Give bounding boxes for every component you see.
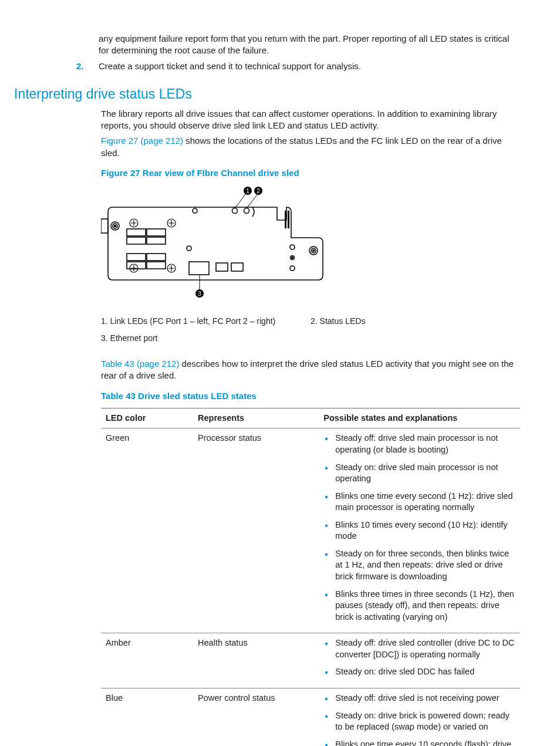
- svg-point-20: [187, 246, 191, 251]
- figure-caption: Figure 27 Rear view of FIbre Channel dri…: [101, 167, 520, 179]
- svg-rect-12: [147, 229, 166, 236]
- state-item: Blinks 10 times every second (10 Hz): id…: [333, 519, 515, 542]
- svg-point-25: [244, 208, 249, 214]
- svg-text:1: 1: [246, 188, 249, 194]
- svg-line-34: [235, 194, 245, 208]
- step-text: Create a support ticket and send it to t…: [99, 61, 361, 71]
- step-list: 2. Create a support ticket and send it t…: [40, 60, 520, 72]
- section-heading: Interpreting drive status LEDs: [14, 85, 520, 103]
- drive-sled-diagram: 1 2 3: [101, 185, 520, 305]
- led-states-table: LED color Represents Possible states and…: [101, 408, 520, 746]
- cell-color: Green: [101, 428, 193, 633]
- table-row: GreenProcessor statusSteady off: drive s…: [101, 428, 520, 633]
- svg-point-28: [290, 245, 295, 249]
- svg-rect-18: [147, 262, 166, 269]
- svg-text:2: 2: [257, 188, 260, 194]
- svg-line-37: [247, 195, 257, 208]
- paragraph-3: Table 43 (page 212) describes how to int…: [101, 358, 520, 382]
- svg-text:3: 3: [198, 291, 201, 297]
- th-represents: Represents: [193, 408, 319, 428]
- figure-legend: 1. Link LEDs (FC Port 1 – left, FC Port …: [101, 316, 520, 350]
- svg-point-24: [232, 208, 238, 214]
- svg-rect-15: [127, 254, 146, 261]
- state-item: Steady on: drive sled DDC has failed: [333, 666, 515, 678]
- svg-rect-14: [147, 237, 166, 244]
- intro-paragraph-continued: any equipment failure report form that y…: [40, 33, 520, 57]
- svg-point-30: [292, 257, 294, 259]
- svg-rect-11: [127, 229, 146, 236]
- cell-color: Blue: [101, 688, 193, 746]
- state-item: Blinks three times in three seconds (1 H…: [333, 589, 515, 623]
- state-item: Steady on: drive brick is powered down; …: [333, 710, 515, 733]
- svg-point-6: [313, 250, 315, 252]
- legend-item-2: 2. Status LEDs: [311, 316, 520, 327]
- legend-item-3: 3. Ethernet port: [101, 333, 311, 344]
- svg-rect-27: [288, 211, 289, 228]
- state-item: Steady off: drive sled is not receiving …: [333, 693, 515, 704]
- cell-color: Amber: [101, 633, 193, 688]
- table-row: AmberHealth statusSteady off: drive sled…: [101, 633, 520, 688]
- th-states: Possible states and explanations: [319, 408, 520, 428]
- svg-rect-13: [127, 237, 146, 244]
- paragraph-2: Figure 27 (page 212) shows the locations…: [101, 135, 520, 159]
- table-row: BluePower control statusSteady off: driv…: [101, 688, 520, 746]
- svg-rect-16: [147, 254, 166, 261]
- svg-rect-0: [101, 219, 108, 233]
- table-caption: Table 43 Drive sled status LED states: [101, 390, 520, 402]
- state-item: Blinks one time every second (1 Hz): dri…: [333, 491, 515, 514]
- cell-states: Steady off: drive sled is not receiving …: [319, 688, 520, 746]
- step-2: 2. Create a support ticket and send it t…: [99, 60, 520, 72]
- svg-point-3: [114, 225, 116, 227]
- svg-rect-26: [285, 211, 286, 228]
- cell-represents: Processor status: [193, 428, 319, 633]
- table-link[interactable]: Table 43 (page 212): [101, 359, 179, 369]
- legend-item-1: 1. Link LEDs (FC Port 1 – left, FC Port …: [101, 316, 311, 327]
- state-item: Steady off: drive sled main processor is…: [333, 433, 515, 455]
- svg-rect-23: [231, 263, 243, 271]
- svg-point-19: [193, 208, 197, 213]
- state-item: Steady on for three seconds, then blinks…: [333, 548, 515, 583]
- step-number: 2.: [76, 60, 84, 72]
- state-item: Steady off: drive sled controller (drive…: [333, 637, 515, 660]
- state-item: Blinks one time every 10 seconds (flash)…: [333, 739, 515, 746]
- svg-rect-22: [216, 263, 228, 271]
- figure-link[interactable]: Figure 27 (page 212): [101, 136, 183, 146]
- cell-represents: Power control status: [193, 688, 319, 746]
- cell-represents: Health status: [193, 633, 319, 688]
- paragraph-1: The library reports all drive issues tha…: [101, 108, 520, 132]
- svg-point-31: [290, 266, 295, 271]
- cell-states: Steady off: drive sled main processor is…: [319, 428, 520, 633]
- th-color: LED color: [101, 408, 193, 428]
- svg-rect-21: [189, 262, 209, 275]
- state-item: Steady on: drive sled main processor is …: [333, 462, 515, 485]
- cell-states: Steady off: drive sled controller (drive…: [319, 633, 520, 688]
